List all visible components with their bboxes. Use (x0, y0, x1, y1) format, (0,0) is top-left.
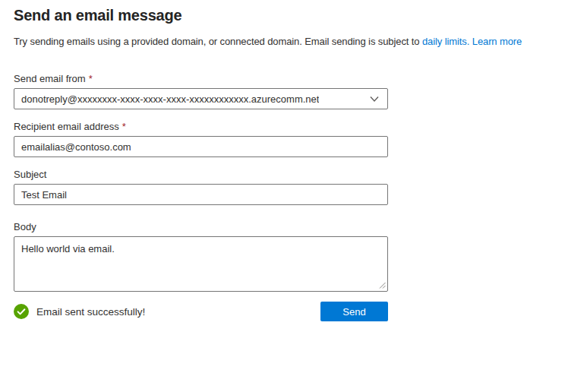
subject-group: Subject (14, 169, 388, 205)
resize-handle-icon[interactable] (379, 282, 386, 289)
recipient-email-input[interactable] (14, 136, 388, 157)
page-description: Try sending emails using a provided doma… (14, 35, 573, 49)
send-email-panel: Send an email message Try sending emails… (0, 0, 587, 321)
subject-input[interactable] (14, 184, 388, 205)
page-title: Send an email message (14, 5, 573, 25)
send-email-from-value: donotreply@xxxxxxxx-xxxx-xxxx-xxxx-xxxxx… (21, 93, 319, 105)
status-message: Email sent successfully! (36, 306, 145, 318)
required-asterisk: * (89, 73, 93, 84)
email-form: Send email from* donotreply@xxxxxxxx-xxx… (14, 73, 388, 321)
learn-more-link[interactable]: Learn more (472, 36, 522, 47)
send-email-from-label: Send email from* (14, 73, 388, 85)
body-textarea-wrap: Hello world via email. (14, 236, 388, 292)
form-footer: Email sent successfully! Send (14, 302, 388, 321)
recipient-group: Recipient email address* (14, 121, 388, 157)
checkmark-circle-icon (14, 304, 29, 319)
send-email-from-dropdown[interactable]: donotreply@xxxxxxxx-xxxx-xxxx-xxxx-xxxxx… (14, 88, 388, 109)
subject-label: Subject (14, 169, 388, 181)
send-email-from-group: Send email from* donotreply@xxxxxxxx-xxx… (14, 73, 388, 109)
status-banner: Email sent successfully! (14, 304, 145, 319)
send-button[interactable]: Send (320, 302, 388, 321)
body-textarea[interactable]: Hello world via email. (14, 236, 388, 292)
daily-limits-link[interactable]: daily limits. (422, 36, 469, 47)
description-text: Try sending emails using a provided doma… (14, 36, 419, 47)
body-label: Body (14, 221, 388, 233)
required-asterisk: * (122, 121, 126, 132)
chevron-down-icon (369, 93, 380, 104)
body-group: Body Hello world via email. (14, 221, 388, 292)
recipient-label: Recipient email address* (14, 121, 388, 133)
